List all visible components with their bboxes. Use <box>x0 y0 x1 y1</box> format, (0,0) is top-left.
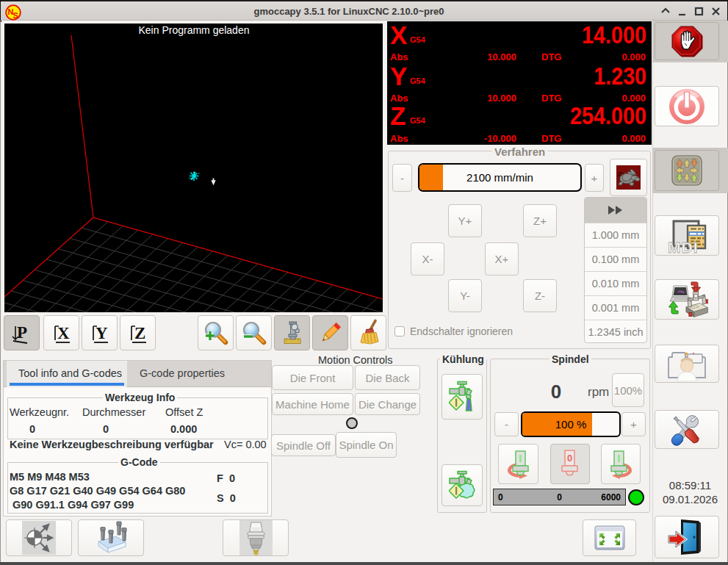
svg-text:Kein Programm geladen: Kein Programm geladen <box>139 24 250 36</box>
svg-text:X: X <box>57 324 70 342</box>
svg-text:Z: Z <box>134 324 145 342</box>
svg-text:0: 0 <box>567 453 572 464</box>
svg-text:P: P <box>17 323 27 342</box>
svg-text:MDI: MDI <box>668 239 699 254</box>
svg-text:Y: Y <box>95 324 108 342</box>
